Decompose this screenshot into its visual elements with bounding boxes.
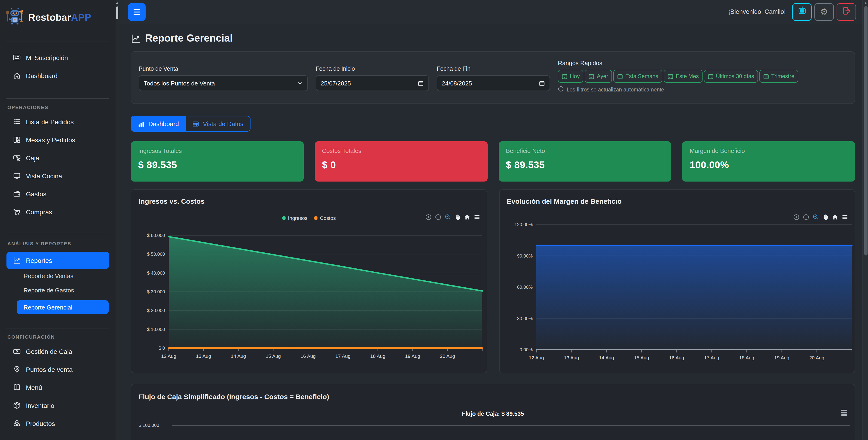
inventory-icon	[13, 401, 21, 409]
sidebar-item-productos[interactable]: Productos	[0, 414, 116, 432]
calendar-icon	[539, 80, 545, 86]
svg-text:19 Aug: 19 Aug	[774, 355, 789, 360]
sidebar-item-lista-de-pedidos[interactable]: Lista de Pedidos	[0, 113, 116, 131]
filters-panel: Punto de Venta Todos los Puntos de Venta…	[131, 51, 855, 104]
sidebar-item-mi-suscripción[interactable]: Mi Suscripción	[0, 48, 116, 67]
brand-robot-logo-icon	[5, 7, 24, 28]
bar-chart-icon	[138, 120, 145, 127]
quick-ranges-label: Rangos Rápidos	[558, 60, 847, 67]
assistant-button[interactable]	[792, 3, 812, 21]
quick-range-hoy[interactable]: Hoy	[558, 70, 584, 83]
topbar: ¡Bienvenido, Camilo! ⚙	[119, 0, 863, 24]
sidebar-item-gastos[interactable]: Gastos	[0, 185, 116, 203]
chart-title: Ingresos vs. Costos	[139, 197, 205, 205]
table-icon	[192, 120, 199, 127]
start-date-input[interactable]: 25/07/2025	[316, 75, 429, 91]
kpi-card-ingresos-totales: Ingresos Totales $ 89.535	[131, 141, 304, 181]
svg-text:12 Aug: 12 Aug	[161, 353, 176, 359]
calendar-grid-icon	[763, 73, 769, 79]
sidebar-toggle-button[interactable]	[128, 3, 146, 21]
kpi-label: Ingresos Totales	[138, 147, 296, 154]
cash-management-icon	[13, 347, 21, 356]
sidebar-item-reportes[interactable]: Reportes	[6, 252, 109, 269]
legend-item-ingresos[interactable]: Ingresos	[282, 215, 307, 221]
sidebar-item-menú[interactable]: Menú	[0, 378, 116, 396]
start-date-label: Fecha de Inicio	[316, 66, 429, 72]
svg-text:Aug: Aug	[669, 76, 672, 78]
sidebar-subitem-reporte-de-ventas[interactable]: Reporte de Ventas	[0, 269, 116, 283]
svg-text:20 Aug: 20 Aug	[809, 355, 824, 360]
sidebar-section-label: CONFIGURACIÓN	[7, 334, 116, 340]
products-icon	[13, 419, 21, 428]
logout-button[interactable]	[837, 3, 856, 21]
reports-icon	[13, 256, 21, 265]
sidebar-item-caja[interactable]: Caja	[0, 149, 116, 167]
tables-icon	[13, 136, 21, 144]
main-scrollbar-thumb[interactable]	[864, 6, 867, 256]
svg-text:15 Aug: 15 Aug	[634, 355, 649, 360]
end-date-input[interactable]: 24/08/2025	[437, 75, 550, 91]
kpi-card-beneficio-neto: Beneficio Neto $ 89.535	[498, 141, 671, 181]
sidebar-scrollbar-up-icon[interactable]: ▲	[116, 1, 119, 4]
quick-range-este-mes[interactable]: AugEste Mes	[664, 70, 703, 83]
svg-text:13 Aug: 13 Aug	[196, 353, 211, 359]
sidebar-item-compras[interactable]: Compras	[0, 203, 116, 221]
page-title: Reporte Gerencial	[131, 32, 855, 44]
kpi-label: Beneficio Neto	[506, 147, 664, 154]
view-tabs: DashboardVista de Datos	[131, 116, 250, 132]
kpi-card-margen-de-beneficio: Margen de Beneficio 100.00%	[682, 141, 855, 181]
sidebar-scrollbar[interactable]: ▲	[116, 0, 119, 440]
pos-select[interactable]: Todos los Puntos de Venta	[139, 75, 308, 91]
sidebar-item-gestión-de-caja[interactable]: Gestión de Caja	[0, 342, 116, 360]
svg-text:13 Aug: 13 Aug	[564, 355, 579, 360]
sidebar-item-vista-cocina[interactable]: Vista Cocina	[0, 167, 116, 185]
legend-marker-icon	[314, 216, 317, 220]
chart-plot[interactable]: 120.00%90.00%60.00%30.00%0.00%12 Aug13 A…	[507, 217, 855, 365]
svg-text:14 Aug: 14 Aug	[599, 355, 614, 360]
svg-text:17 Aug: 17 Aug	[335, 353, 350, 359]
tab-vista-de-datos[interactable]: Vista de Datos	[185, 116, 250, 131]
svg-text:$ 50.000: $ 50.000	[147, 251, 165, 257]
sidebar-item-dashboard[interactable]: Dashboard	[0, 67, 116, 84]
legend-item-costos[interactable]: Costos	[314, 215, 336, 221]
kpi-value: 100.00%	[690, 159, 848, 170]
svg-text:$ 40.000: $ 40.000	[147, 270, 165, 276]
calendar-day-icon	[562, 73, 567, 79]
kpi-card-costos-totales: Costos Totales $ 0	[315, 141, 488, 181]
sidebar-item-inventario[interactable]: Inventario	[0, 396, 116, 414]
settings-button[interactable]: ⚙	[814, 3, 834, 21]
flujo-y-tick-label: $ 100.000	[139, 423, 159, 428]
svg-text:$ 20.000: $ 20.000	[147, 308, 165, 313]
main-scrollbar-up-icon[interactable]: ▲	[863, 1, 868, 5]
chart-plot[interactable]: $ 60.000$ 50.000$ 40.000$ 30.000$ 20.000…	[139, 231, 486, 369]
kpi-label: Margen de Beneficio	[690, 147, 848, 154]
sidebar-item-puntos-de-venta[interactable]: Puntos de venta	[0, 360, 116, 378]
chart-card-ingresos-costos: Ingresos vs. Costos IngresosCostos $ 60.…	[131, 190, 487, 373]
brand: RestobarAPP	[0, 0, 116, 35]
tab-dashboard[interactable]: Dashboard	[131, 116, 185, 131]
svg-text:14 Aug: 14 Aug	[231, 353, 246, 359]
sidebar-scrollbar-thumb[interactable]	[116, 6, 118, 19]
main-scrollbar[interactable]: ▲	[863, 0, 868, 440]
sidebar-subitem-reporte-gerencial[interactable]: Reporte Gerencial	[17, 300, 108, 314]
cash-register-icon	[13, 154, 21, 162]
svg-text:18 Aug: 18 Aug	[739, 355, 754, 360]
robot-icon	[797, 6, 807, 18]
svg-text:20 Aug: 20 Aug	[440, 353, 455, 359]
quick-range-trimestre[interactable]: Trimestre	[759, 70, 798, 83]
sidebar-subitem-reporte-de-gastos[interactable]: Reporte de Gastos	[0, 283, 116, 298]
svg-text:15 Aug: 15 Aug	[266, 353, 281, 359]
quick-range-esta-semana[interactable]: Esta Semana	[613, 70, 662, 83]
chart-menu-icon[interactable]	[841, 410, 847, 415]
chart-legend: IngresosCostos	[131, 215, 487, 221]
info-icon	[558, 86, 564, 93]
quick-range--ltimos-30-d-as[interactable]: Últimos 30 días	[704, 70, 758, 83]
sidebar: RestobarAPP Mi SuscripciónDashboardOPERA…	[0, 0, 116, 440]
sidebar-item-mesas-y-pedidos[interactable]: Mesas y Pedidos	[0, 131, 116, 149]
svg-text:120.00%: 120.00%	[514, 222, 532, 227]
end-date-label: Fecha de Fin	[437, 66, 550, 72]
quick-range-ayer[interactable]: Ayer	[585, 70, 612, 83]
sidebar-divider	[6, 98, 109, 99]
chart-card-margen: Evolución del Margen de Beneficio 120.00…	[499, 190, 855, 373]
gear-icon: ⚙	[820, 6, 828, 17]
